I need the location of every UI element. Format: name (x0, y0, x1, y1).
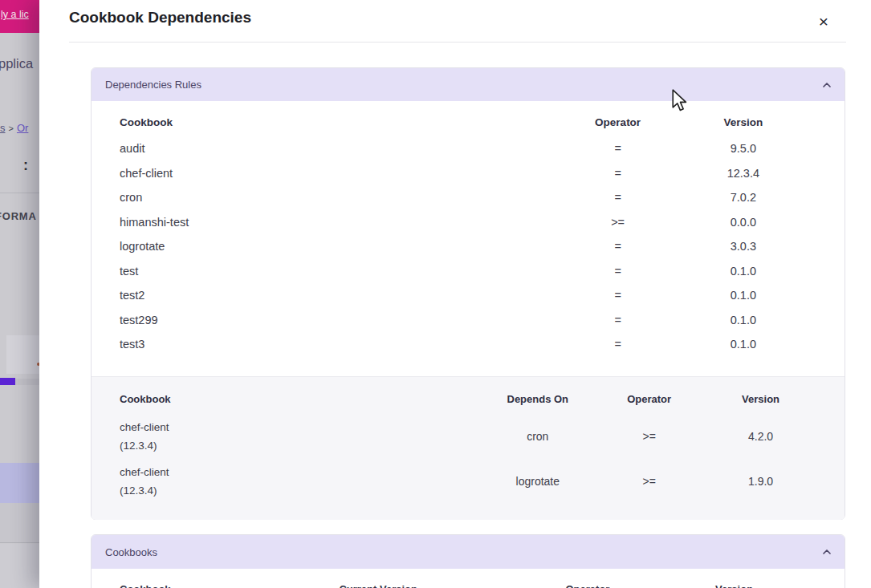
cell-cookbook: logrotate (120, 234, 566, 259)
cell-cookbook: himanshi-test (120, 210, 566, 235)
cell-version: 4.2.0 (705, 414, 816, 459)
table-row: cron=7.0.2 (120, 185, 816, 210)
table-row: logrotate=3.0.3 (120, 234, 816, 259)
rules-table: Cookbook Operator Version audit=9.5.0 ch… (120, 107, 816, 357)
cell-version: 0.1.0 (670, 283, 816, 308)
background-selected-row (0, 463, 39, 503)
depends-on-subsection: Cookbook Depends On Operator Version che… (92, 376, 845, 520)
modal-title: Cookbook Dependencies (69, 9, 251, 26)
cell-operator: = (566, 308, 670, 333)
cell-cookbook: chef-client(12.3.4) (120, 459, 482, 504)
cookbooks-section: Cookbooks Cookbook Current Version Opera… (91, 534, 845, 588)
dependencies-rules-header[interactable]: Dependencies Rules (92, 68, 845, 101)
license-banner: ly a lic (0, 0, 39, 33)
table-row: test3=0.1.0 (120, 332, 816, 357)
cell-version: 3.0.3 (670, 234, 816, 259)
cell-depends-on: logrotate (482, 459, 593, 504)
cell-operator: = (566, 259, 670, 284)
cookbook-name: chef-client (120, 466, 169, 478)
column-header-version: Version (705, 383, 816, 414)
background-panel (6, 335, 39, 374)
breadcrumb-link-right[interactable]: Or (17, 122, 28, 134)
background-app-title-fragment: pplica (0, 56, 33, 71)
cell-cookbook: cron (120, 185, 566, 210)
table-row: chef-client(12.3.4) cron >= 4.2.0 (120, 414, 816, 459)
column-header-depends-on: Depends On (482, 383, 593, 414)
cell-operator: = (566, 283, 670, 308)
cell-operator: >= (566, 210, 670, 235)
cell-operator: = (566, 332, 670, 357)
cell-cookbook: test299 (120, 308, 566, 333)
cell-version: 9.5.0 (670, 136, 816, 161)
cell-version: 0.1.0 (670, 332, 816, 357)
table-row: test299=0.1.0 (120, 308, 816, 333)
depends-on-table: Cookbook Depends On Operator Version che… (120, 383, 816, 504)
progress-bar-segment (0, 378, 15, 385)
chevron-up-icon[interactable] (822, 82, 832, 88)
breadcrumb-link-left[interactable]: s (0, 122, 6, 134)
cell-operator: >= (593, 459, 705, 504)
cell-version: 1.9.0 (705, 459, 816, 504)
cell-cookbook: test3 (120, 332, 566, 357)
cell-cookbook: audit (120, 136, 566, 161)
divider (69, 42, 846, 43)
cell-version: 7.0.2 (670, 185, 816, 210)
background-heading-fragment: : (23, 157, 28, 174)
column-header-current-version: Current Version (339, 582, 565, 588)
cell-operator: = (566, 136, 670, 161)
cell-version: 12.3.4 (670, 161, 816, 186)
column-header-version: Version (715, 582, 816, 588)
table-header-row: Cookbook Operator Version (120, 107, 816, 136)
breadcrumb: s>Or (0, 122, 28, 134)
column-header-cookbook: Cookbook (120, 582, 339, 588)
dependencies-rules-section: Dependencies Rules Cookbook Operator Ver… (91, 67, 845, 520)
column-header-operator: Operator (566, 582, 716, 588)
cell-operator: = (566, 161, 670, 186)
cell-operator: >= (593, 414, 705, 459)
table-row: audit=9.5.0 (120, 136, 816, 161)
column-header-cookbook: Cookbook (120, 383, 482, 414)
cookbook-version: (12.3.4) (120, 440, 157, 452)
background-tab-label-fragment: FORMA (0, 210, 37, 222)
section-title: Cookbooks (105, 546, 157, 558)
cookbook-name: chef-client (120, 421, 169, 433)
cell-version: 0.1.0 (670, 308, 816, 333)
cell-operator: = (566, 234, 670, 259)
cookbook-dependencies-modal: Cookbook Dependencies × Dependencies Rul… (39, 0, 871, 588)
column-header-version: Version (670, 107, 816, 136)
table-row: test=0.1.0 (120, 259, 816, 284)
breadcrumb-separator: > (6, 124, 17, 133)
table-row: himanshi-test>=0.0.0 (120, 210, 816, 235)
cell-version: 0.1.0 (670, 259, 816, 284)
column-header-operator: Operator (593, 383, 705, 414)
divider (0, 193, 39, 193)
cell-depends-on: cron (482, 414, 593, 459)
cell-cookbook: test (120, 259, 566, 284)
table-header-row: Cookbook Depends On Operator Version (120, 383, 816, 414)
background-page: ly a lic pplica s>Or : FORMA (0, 0, 39, 588)
table-header-row: Cookbook Current Version Operator Versio… (120, 582, 816, 588)
table-row: test2=0.1.0 (120, 283, 816, 308)
table-row: chef-client(12.3.4) logrotate >= 1.9.0 (120, 459, 816, 504)
background-row (0, 544, 39, 588)
section-title: Dependencies Rules (105, 79, 201, 91)
chevron-up-icon[interactable] (822, 549, 832, 555)
progress-bar-track (15, 379, 39, 385)
column-header-operator: Operator (566, 107, 670, 136)
cookbooks-header[interactable]: Cookbooks (92, 535, 845, 569)
cell-version: 0.0.0 (670, 210, 816, 235)
cell-cookbook: chef-client(12.3.4) (120, 414, 482, 459)
background-row (0, 503, 39, 543)
column-header-cookbook: Cookbook (120, 107, 566, 136)
cookbooks-table: Cookbook Current Version Operator Versio… (120, 582, 816, 588)
close-icon[interactable]: × (812, 10, 836, 34)
cell-operator: = (566, 185, 670, 210)
cell-cookbook: test2 (120, 283, 566, 308)
table-row: chef-client=12.3.4 (120, 161, 816, 186)
license-banner-link[interactable]: ly a lic (1, 9, 29, 20)
cookbook-version: (12.3.4) (120, 485, 157, 497)
cell-cookbook: chef-client (120, 161, 566, 186)
